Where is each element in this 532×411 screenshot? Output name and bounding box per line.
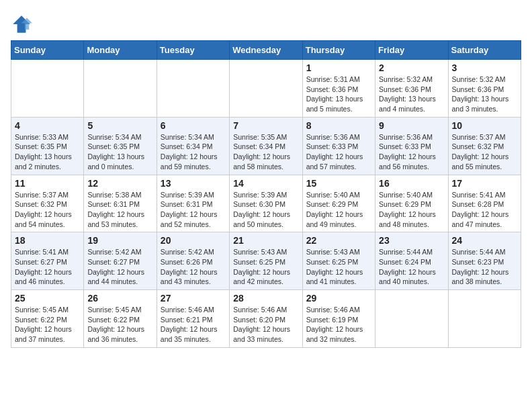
day-number: 5	[87, 120, 152, 131]
day-number: 16	[379, 178, 444, 189]
day-of-week-header: Wednesday	[230, 41, 302, 60]
calendar-cell: 6Sunrise: 5:34 AM Sunset: 6:34 PM Daylig…	[157, 117, 229, 175]
calendar-week-row: 1Sunrise: 5:31 AM Sunset: 6:36 PM Daylig…	[11, 60, 521, 118]
calendar-cell: 2Sunrise: 5:32 AM Sunset: 6:36 PM Daylig…	[375, 60, 448, 118]
day-info: Sunrise: 5:42 AM Sunset: 6:26 PM Dayligh…	[161, 247, 226, 287]
day-number: 29	[306, 293, 371, 304]
day-info: Sunrise: 5:39 AM Sunset: 6:30 PM Dayligh…	[233, 190, 298, 230]
calendar-cell: 10Sunrise: 5:37 AM Sunset: 6:32 PM Dayli…	[448, 117, 521, 175]
logo	[11, 13, 35, 35]
logo-icon	[11, 13, 32, 35]
day-info: Sunrise: 5:43 AM Sunset: 6:25 PM Dayligh…	[233, 247, 298, 287]
day-number: 17	[452, 178, 517, 189]
calendar-cell: 21Sunrise: 5:43 AM Sunset: 6:25 PM Dayli…	[230, 232, 302, 290]
day-number: 15	[306, 178, 371, 189]
day-number: 22	[306, 235, 371, 246]
day-info: Sunrise: 5:46 AM Sunset: 6:19 PM Dayligh…	[306, 305, 371, 345]
calendar-cell: 25Sunrise: 5:45 AM Sunset: 6:22 PM Dayli…	[11, 290, 84, 348]
calendar-cell: 22Sunrise: 5:43 AM Sunset: 6:25 PM Dayli…	[302, 232, 375, 290]
day-info: Sunrise: 5:44 AM Sunset: 6:23 PM Dayligh…	[452, 247, 517, 287]
day-info: Sunrise: 5:32 AM Sunset: 6:36 PM Dayligh…	[379, 75, 444, 114]
calendar-cell: 20Sunrise: 5:42 AM Sunset: 6:26 PM Dayli…	[157, 232, 229, 290]
calendar-cell: 11Sunrise: 5:37 AM Sunset: 6:32 PM Dayli…	[11, 175, 84, 232]
calendar-cell: 28Sunrise: 5:46 AM Sunset: 6:20 PM Dayli…	[230, 290, 302, 348]
day-info: Sunrise: 5:40 AM Sunset: 6:29 PM Dayligh…	[306, 190, 371, 230]
day-number: 25	[15, 293, 80, 304]
day-info: Sunrise: 5:36 AM Sunset: 6:33 PM Dayligh…	[306, 132, 371, 172]
calendar-cell: 3Sunrise: 5:32 AM Sunset: 6:36 PM Daylig…	[448, 60, 521, 118]
calendar-cell: 26Sunrise: 5:45 AM Sunset: 6:22 PM Dayli…	[84, 290, 157, 348]
calendar-week-row: 4Sunrise: 5:33 AM Sunset: 6:35 PM Daylig…	[11, 117, 521, 175]
calendar-cell: 14Sunrise: 5:39 AM Sunset: 6:30 PM Dayli…	[230, 175, 302, 232]
calendar-cell: 13Sunrise: 5:39 AM Sunset: 6:31 PM Dayli…	[157, 175, 229, 232]
day-number: 4	[15, 120, 80, 131]
day-info: Sunrise: 5:41 AM Sunset: 6:27 PM Dayligh…	[15, 247, 80, 287]
header	[11, 11, 521, 35]
day-info: Sunrise: 5:44 AM Sunset: 6:24 PM Dayligh…	[379, 247, 444, 287]
day-number: 13	[161, 178, 226, 189]
day-of-week-header: Friday	[375, 41, 448, 60]
calendar-cell: 19Sunrise: 5:42 AM Sunset: 6:27 PM Dayli…	[84, 232, 157, 290]
day-info: Sunrise: 5:35 AM Sunset: 6:34 PM Dayligh…	[233, 132, 298, 172]
calendar-cell: 23Sunrise: 5:44 AM Sunset: 6:24 PM Dayli…	[375, 232, 448, 290]
calendar-cell: 1Sunrise: 5:31 AM Sunset: 6:36 PM Daylig…	[302, 60, 375, 118]
day-info: Sunrise: 5:43 AM Sunset: 6:25 PM Dayligh…	[306, 247, 371, 287]
day-of-week-header: Saturday	[448, 41, 521, 60]
day-of-week-header: Sunday	[11, 41, 84, 60]
calendar-cell: 29Sunrise: 5:46 AM Sunset: 6:19 PM Dayli…	[302, 290, 375, 348]
day-info: Sunrise: 5:46 AM Sunset: 6:20 PM Dayligh…	[233, 305, 298, 345]
day-number: 11	[15, 178, 80, 189]
calendar-week-row: 11Sunrise: 5:37 AM Sunset: 6:32 PM Dayli…	[11, 175, 521, 232]
calendar-cell	[11, 60, 84, 118]
day-info: Sunrise: 5:36 AM Sunset: 6:33 PM Dayligh…	[379, 132, 444, 172]
day-info: Sunrise: 5:38 AM Sunset: 6:31 PM Dayligh…	[87, 190, 152, 230]
day-number: 1	[306, 62, 371, 73]
day-number: 8	[306, 120, 371, 131]
calendar-cell: 7Sunrise: 5:35 AM Sunset: 6:34 PM Daylig…	[230, 117, 302, 175]
calendar-header-row: SundayMondayTuesdayWednesdayThursdayFrid…	[11, 41, 521, 60]
day-info: Sunrise: 5:37 AM Sunset: 6:32 PM Dayligh…	[15, 190, 80, 230]
calendar-week-row: 18Sunrise: 5:41 AM Sunset: 6:27 PM Dayli…	[11, 232, 521, 290]
day-of-week-header: Tuesday	[157, 41, 229, 60]
day-info: Sunrise: 5:46 AM Sunset: 6:21 PM Dayligh…	[161, 305, 226, 345]
calendar-cell: 5Sunrise: 5:34 AM Sunset: 6:35 PM Daylig…	[84, 117, 157, 175]
day-info: Sunrise: 5:34 AM Sunset: 6:34 PM Dayligh…	[161, 132, 226, 172]
calendar-cell	[84, 60, 157, 118]
calendar-cell: 18Sunrise: 5:41 AM Sunset: 6:27 PM Dayli…	[11, 232, 84, 290]
day-number: 7	[233, 120, 298, 131]
calendar-cell	[230, 60, 302, 118]
day-of-week-header: Monday	[84, 41, 157, 60]
calendar-cell: 12Sunrise: 5:38 AM Sunset: 6:31 PM Dayli…	[84, 175, 157, 232]
calendar-cell: 24Sunrise: 5:44 AM Sunset: 6:23 PM Dayli…	[448, 232, 521, 290]
day-info: Sunrise: 5:31 AM Sunset: 6:36 PM Dayligh…	[306, 75, 371, 114]
day-info: Sunrise: 5:42 AM Sunset: 6:27 PM Dayligh…	[87, 247, 152, 287]
day-number: 2	[379, 62, 444, 73]
day-info: Sunrise: 5:33 AM Sunset: 6:35 PM Dayligh…	[15, 132, 80, 172]
day-number: 12	[87, 178, 152, 189]
day-number: 28	[233, 293, 298, 304]
day-info: Sunrise: 5:45 AM Sunset: 6:22 PM Dayligh…	[15, 305, 80, 345]
calendar-cell	[448, 290, 521, 348]
day-info: Sunrise: 5:32 AM Sunset: 6:36 PM Dayligh…	[452, 75, 517, 114]
day-info: Sunrise: 5:45 AM Sunset: 6:22 PM Dayligh…	[87, 305, 152, 345]
day-number: 20	[161, 235, 226, 246]
day-number: 14	[233, 178, 298, 189]
day-info: Sunrise: 5:37 AM Sunset: 6:32 PM Dayligh…	[452, 132, 517, 172]
calendar-cell: 16Sunrise: 5:40 AM Sunset: 6:29 PM Dayli…	[375, 175, 448, 232]
calendar-table: SundayMondayTuesdayWednesdayThursdayFrid…	[11, 40, 521, 348]
calendar-cell: 9Sunrise: 5:36 AM Sunset: 6:33 PM Daylig…	[375, 117, 448, 175]
calendar-cell: 8Sunrise: 5:36 AM Sunset: 6:33 PM Daylig…	[302, 117, 375, 175]
day-info: Sunrise: 5:40 AM Sunset: 6:29 PM Dayligh…	[379, 190, 444, 230]
day-number: 18	[15, 235, 80, 246]
day-number: 10	[452, 120, 517, 131]
calendar-cell: 15Sunrise: 5:40 AM Sunset: 6:29 PM Dayli…	[302, 175, 375, 232]
day-number: 23	[379, 235, 444, 246]
calendar-cell: 4Sunrise: 5:33 AM Sunset: 6:35 PM Daylig…	[11, 117, 84, 175]
day-of-week-header: Thursday	[302, 41, 375, 60]
day-number: 3	[452, 62, 517, 73]
calendar-cell: 17Sunrise: 5:41 AM Sunset: 6:28 PM Dayli…	[448, 175, 521, 232]
day-number: 27	[161, 293, 226, 304]
day-number: 21	[233, 235, 298, 246]
day-info: Sunrise: 5:39 AM Sunset: 6:31 PM Dayligh…	[161, 190, 226, 230]
day-info: Sunrise: 5:34 AM Sunset: 6:35 PM Dayligh…	[87, 132, 152, 172]
